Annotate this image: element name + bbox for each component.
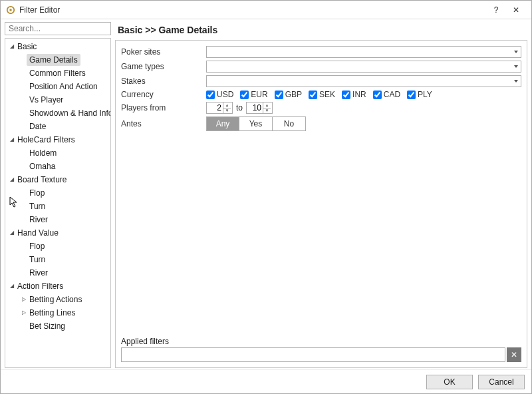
- expand-icon[interactable]: ◢: [9, 174, 15, 185]
- tree-label: Flop: [27, 240, 47, 252]
- antes-option-yes[interactable]: Yes: [239, 116, 273, 131]
- currency-code: CAD: [384, 90, 400, 99]
- poker-sites-label: Poker sites: [121, 47, 201, 57]
- checkbox-input[interactable]: [240, 91, 249, 99]
- titlebar: Filter Editor ? ✕: [1, 1, 531, 19]
- tree-label: Action Filters: [15, 280, 66, 292]
- tree-item[interactable]: Showdown & Hand Info: [5, 106, 110, 120]
- expand-icon[interactable]: ▷: [21, 294, 27, 305]
- clear-applied-button[interactable]: ✕: [507, 347, 521, 362]
- tree-item[interactable]: Vs Player: [5, 93, 110, 106]
- spin-down-icon[interactable]: ▼: [223, 108, 231, 114]
- currency-checkbox-sek[interactable]: SEK: [309, 90, 335, 99]
- stakes-combo[interactable]: [206, 75, 521, 87]
- tree-item[interactable]: Game Details: [5, 53, 110, 67]
- tree-group[interactable]: ◢Action Filters: [5, 280, 110, 293]
- tree-item[interactable]: ▷Betting Actions: [5, 293, 110, 306]
- players-from-stepper[interactable]: ▲▼: [206, 102, 233, 114]
- close-button[interactable]: ✕: [506, 3, 526, 17]
- ok-button[interactable]: OK: [426, 375, 473, 389]
- tree-item[interactable]: Turn: [5, 253, 110, 266]
- spin-up-icon[interactable]: ▲: [263, 102, 271, 108]
- tree-label: Bet Sizing: [27, 320, 68, 332]
- svg-point-1: [9, 9, 12, 11]
- poker-sites-combo[interactable]: [206, 46, 521, 58]
- checkbox-input[interactable]: [309, 91, 317, 99]
- currency-checkbox-gbp[interactable]: GBP: [275, 90, 302, 99]
- tree-item[interactable]: Omaha: [5, 160, 110, 173]
- tree-item[interactable]: Date: [5, 120, 110, 133]
- spin-up-icon[interactable]: ▲: [223, 102, 231, 108]
- checkbox-input[interactable]: [342, 91, 350, 99]
- tree-label: HoleCard Filters: [15, 134, 78, 146]
- expand-icon[interactable]: ◢: [9, 281, 15, 292]
- help-button[interactable]: ?: [486, 3, 506, 17]
- antes-option-any[interactable]: Any: [206, 116, 239, 131]
- currency-checkbox-usd[interactable]: USD: [206, 90, 233, 99]
- expand-icon[interactable]: ◢: [9, 134, 15, 145]
- spin-down-icon[interactable]: ▼: [263, 108, 271, 114]
- cancel-button[interactable]: Cancel: [478, 375, 525, 389]
- checkbox-input[interactable]: [206, 91, 215, 99]
- tree-label: Game Details: [27, 54, 80, 66]
- currency-code: INR: [352, 90, 366, 99]
- window-title: Filter Editor: [19, 5, 486, 15]
- currency-checkbox-cad[interactable]: CAD: [373, 90, 400, 99]
- checkbox-input[interactable]: [275, 91, 283, 99]
- currency-code: SEK: [319, 90, 335, 99]
- currency-code: GBP: [285, 90, 302, 99]
- tree-label: Flop: [27, 187, 47, 199]
- tree-item[interactable]: Common Filters: [5, 67, 110, 80]
- tree-item[interactable]: Holdem: [5, 146, 110, 160]
- tree-item[interactable]: Turn: [5, 200, 110, 213]
- currency-label: Currency: [121, 90, 201, 99]
- players-from-input[interactable]: [207, 103, 223, 112]
- currency-checkbox-inr[interactable]: INR: [342, 90, 366, 99]
- tree-label: Holdem: [27, 147, 59, 159]
- filter-editor-window: Filter Editor ? ✕ ◢BasicGame DetailsComm…: [0, 0, 532, 394]
- applied-filters-input[interactable]: [121, 347, 505, 362]
- tree-item[interactable]: Position And Action: [5, 80, 110, 93]
- currency-checkbox-ply[interactable]: PLY: [407, 90, 432, 99]
- expand-icon[interactable]: ◢: [9, 228, 15, 238]
- tree-item[interactable]: Bet Sizing: [5, 319, 110, 333]
- tree-label: Vs Player: [27, 94, 66, 106]
- breadcrumb: Basic >> Game Details: [115, 22, 527, 40]
- players-to-stepper[interactable]: ▲▼: [246, 102, 273, 114]
- game-types-label: Game types: [121, 62, 201, 71]
- players-range-row: ▲▼ to ▲▼: [206, 102, 521, 114]
- filter-tree[interactable]: ◢BasicGame DetailsCommon FiltersPosition…: [5, 38, 111, 368]
- expand-icon[interactable]: ◢: [9, 41, 15, 52]
- details-panel: Poker sites Game types Stakes Currency U…: [115, 40, 527, 368]
- currency-code: EUR: [251, 90, 267, 99]
- tree-item[interactable]: ▷Betting Lines: [5, 306, 110, 319]
- body: ◢BasicGame DetailsCommon FiltersPosition…: [1, 19, 531, 369]
- players-to-input[interactable]: [247, 103, 263, 112]
- search-input[interactable]: [5, 22, 111, 35]
- tree-group[interactable]: ◢HoleCard Filters: [5, 133, 110, 146]
- tree-item[interactable]: River: [5, 266, 110, 280]
- tree-group[interactable]: ◢Board Texture: [5, 173, 110, 186]
- to-word: to: [236, 103, 243, 112]
- tree-label: Turn: [27, 200, 48, 212]
- antes-label: Antes: [121, 119, 201, 128]
- game-types-combo[interactable]: [206, 61, 521, 73]
- tree-label: Hand Value: [15, 227, 61, 239]
- currency-checkbox-eur[interactable]: EUR: [240, 90, 267, 99]
- tree-group[interactable]: ◢Basic: [5, 40, 110, 53]
- currency-row: USDEURGBPSEKINRCADPLY: [206, 90, 521, 99]
- app-icon: [6, 5, 15, 15]
- antes-option-no[interactable]: No: [273, 116, 306, 131]
- tree-item[interactable]: Flop: [5, 186, 110, 200]
- tree-item[interactable]: Flop: [5, 240, 110, 253]
- antes-segmented: AnyYesNo: [206, 116, 521, 131]
- checkbox-input[interactable]: [407, 91, 416, 99]
- tree-label: Showdown & Hand Info: [27, 107, 111, 119]
- expand-icon[interactable]: ▷: [21, 307, 27, 318]
- tree-label: Common Filters: [27, 67, 88, 79]
- close-icon: ✕: [511, 350, 517, 359]
- checkbox-input[interactable]: [373, 91, 382, 99]
- tree-group[interactable]: ◢Hand Value: [5, 226, 110, 240]
- tree-label: Turn: [27, 254, 48, 266]
- tree-item[interactable]: River: [5, 213, 110, 226]
